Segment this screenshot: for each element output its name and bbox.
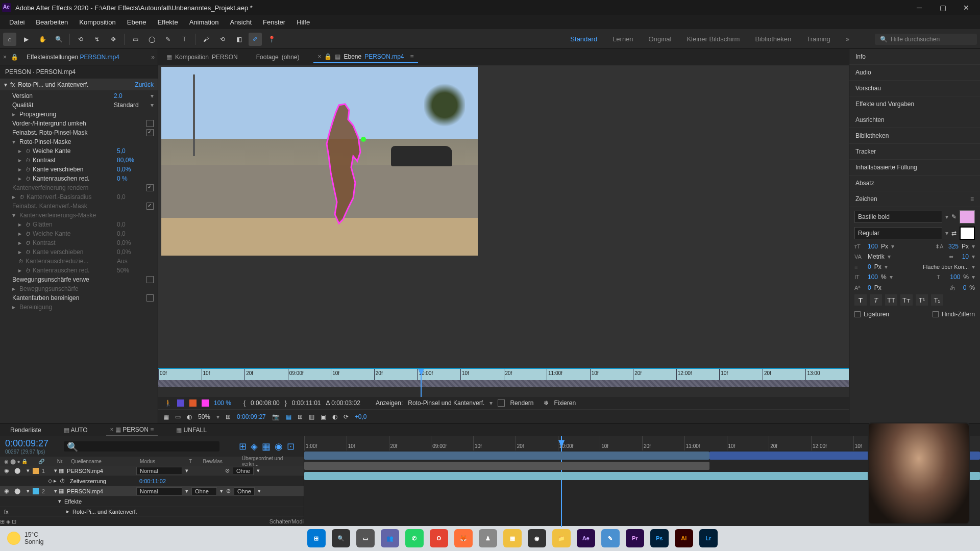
close-button[interactable]: ✕: [954, 0, 978, 15]
ruler-tick[interactable]: 11:00f: [684, 436, 727, 450]
ruler-tick[interactable]: 00f: [158, 369, 202, 380]
layer-row[interactable]: ◉⬤▾ 1▾ ▦ PERSON.mp4 Normal▾ ⊘Ohne▾: [0, 466, 304, 476]
tab-unfall[interactable]: ▦ UNFALL: [172, 424, 211, 436]
ruler-tick[interactable]: 20f: [642, 436, 684, 450]
ellipse-tool[interactable]: ◯: [145, 33, 158, 46]
panel-close-icon[interactable]: ×: [3, 54, 7, 61]
roto-out-time[interactable]: 0:00:11:01: [292, 399, 321, 407]
tl-tool-icon[interactable]: ◉: [275, 441, 283, 452]
tracking-val[interactable]: 10: [962, 253, 969, 260]
prop-contrast-val[interactable]: 80,0%: [117, 157, 154, 164]
ruler-tick[interactable]: 10f: [727, 436, 769, 450]
panel-menu-icon[interactable]: ≡: [970, 195, 974, 203]
stopwatch-icon[interactable]: ⏱: [26, 167, 33, 172]
weather-widget[interactable]: 15°CSonnig: [7, 531, 43, 545]
clone-tool[interactable]: ⟲: [216, 33, 229, 46]
twirl-icon[interactable]: ▸: [12, 111, 19, 118]
ruler-tick[interactable]: 09:00f: [431, 436, 473, 450]
freeze-icon[interactable]: ❄: [544, 399, 549, 407]
transparency-icon[interactable]: ◐: [332, 413, 337, 420]
swap-colors-icon[interactable]: ⇄: [951, 230, 957, 237]
stroke-mode-dropdown[interactable]: Fläche über Kon...: [923, 264, 969, 270]
mini-playhead[interactable]: [421, 369, 422, 397]
tab-auto[interactable]: ▦ AUTO: [60, 424, 92, 436]
app-icon[interactable]: ▦: [503, 529, 522, 547]
menu-ansicht[interactable]: Ansicht: [225, 16, 257, 28]
task-view-button[interactable]: ▭: [356, 529, 375, 547]
blend-mode-dropdown[interactable]: Normal: [136, 487, 182, 495]
panel-effekte[interactable]: Effekte und Vorgaben: [849, 96, 980, 112]
stopwatch-icon[interactable]: ⏱: [26, 176, 33, 182]
panel-absatz[interactable]: Absatz: [849, 176, 980, 191]
tl-tool-icon[interactable]: ▦: [262, 441, 271, 452]
teams-app[interactable]: 👥: [381, 529, 399, 547]
timeline-search[interactable]: 🔍: [64, 441, 219, 452]
property-group-row[interactable]: ▾ Effekte: [0, 496, 304, 507]
layer-color-swatch[interactable]: [33, 488, 39, 494]
snapshot-icon[interactable]: 📷: [272, 413, 280, 420]
smallcaps-button[interactable]: Tᴛ: [900, 294, 913, 306]
app-icon[interactable]: ♟: [479, 529, 497, 547]
parent-dropdown[interactable]: Ohne: [234, 487, 255, 495]
menu-datei[interactable]: Datei: [4, 16, 30, 28]
menu-ebene[interactable]: Ebene: [122, 16, 152, 28]
ligatures-checkbox[interactable]: [854, 311, 861, 317]
layer-row[interactable]: ◉⬤▾ 2▾ ▦ PERSON.mp4 Normal▾ Ohne▾ ⊘Ohne▾: [0, 486, 304, 496]
photoshop-app[interactable]: Ps: [650, 529, 669, 547]
kerning-dropdown[interactable]: Metrik: [868, 253, 885, 260]
tl-tool-icon[interactable]: ◈: [251, 441, 258, 452]
eraser-tool[interactable]: ◧: [232, 33, 246, 46]
roto-render-checkbox[interactable]: [498, 399, 505, 407]
leading-val[interactable]: 325: [948, 243, 959, 250]
fx-reset-link[interactable]: Zurück: [135, 81, 154, 88]
type-tool[interactable]: T: [178, 33, 191, 46]
ruler-tick[interactable]: 10f: [347, 436, 389, 450]
refresh-icon[interactable]: ⟳: [344, 413, 349, 420]
panel-audio[interactable]: Audio: [849, 65, 980, 81]
ruler-tick[interactable]: 09:00f: [288, 369, 331, 380]
allcaps-button[interactable]: TT: [885, 294, 897, 306]
roto-show-dropdown[interactable]: Roto-Pinsel und Kantenverf.: [408, 399, 484, 407]
ruler-tick[interactable]: 20f: [244, 369, 288, 380]
orbit-tool[interactable]: ⟲: [74, 33, 87, 46]
ruler-tick[interactable]: 20f: [389, 436, 431, 450]
parent-dropdown[interactable]: Ohne: [233, 467, 254, 475]
pen-tool[interactable]: ✎: [161, 33, 175, 46]
after-effects-app[interactable]: Ae: [577, 529, 595, 547]
panel-info[interactable]: Info: [849, 49, 980, 65]
switches-modes-toggle[interactable]: Schalter/Modi: [270, 518, 304, 524]
obs-app[interactable]: ◉: [528, 529, 546, 547]
roto-stroke-swatch[interactable]: [202, 399, 209, 407]
help-search[interactable]: 🔍 Hilfe durchsuchen: [875, 34, 977, 45]
selection-tool[interactable]: ▶: [19, 33, 33, 46]
zoom-tool[interactable]: 🔍: [52, 33, 65, 46]
eyedropper-icon[interactable]: ✎: [951, 213, 957, 220]
renderrefine-checkbox[interactable]: [146, 184, 154, 191]
italic-button[interactable]: T: [870, 294, 882, 306]
prop-shift-val[interactable]: 0,0%: [117, 166, 154, 173]
ruler-tick[interactable]: 20f: [633, 369, 676, 380]
property-value[interactable]: 0:00:11:02: [139, 478, 206, 484]
ruler-tick[interactable]: 10:00f: [558, 436, 600, 450]
ruler-tick[interactable]: 12:00f: [811, 436, 853, 450]
effect-row[interactable]: fx▸ Roto-Pi... und Kantenverf.: [0, 507, 304, 517]
timeline-timecode[interactable]: 0:00:09:27: [5, 438, 48, 449]
tab-composition[interactable]: ▦Komposition PERSON: [162, 52, 242, 63]
resolution-icon[interactable]: ⊞: [226, 413, 231, 420]
anchor-tool[interactable]: ✥: [107, 33, 120, 46]
ruler-tick[interactable]: 10f: [590, 369, 633, 380]
pan-behind-tool[interactable]: ↯: [90, 33, 104, 46]
baseline-val[interactable]: 0: [868, 284, 871, 291]
ruler-tick[interactable]: 20f: [516, 436, 558, 450]
channel-icon[interactable]: ▭: [175, 413, 181, 420]
subscript-button[interactable]: T₁: [931, 294, 943, 306]
puppet-tool[interactable]: 📍: [265, 33, 278, 46]
panel-bibliotheken[interactable]: Bibliotheken: [849, 128, 980, 144]
home-tool[interactable]: ⌂: [3, 33, 16, 46]
start-button[interactable]: ⊞: [307, 529, 326, 547]
layer-bar[interactable]: [304, 462, 709, 470]
rectangle-tool[interactable]: ▭: [129, 33, 142, 46]
menu-bearbeiten[interactable]: Bearbeiten: [31, 16, 73, 28]
ruler-tick[interactable]: 20f: [504, 369, 547, 380]
layer-mini-timeline[interactable]: 00f10f20f09:00f10f20f10:00f10f20f11:00f1…: [158, 368, 849, 397]
